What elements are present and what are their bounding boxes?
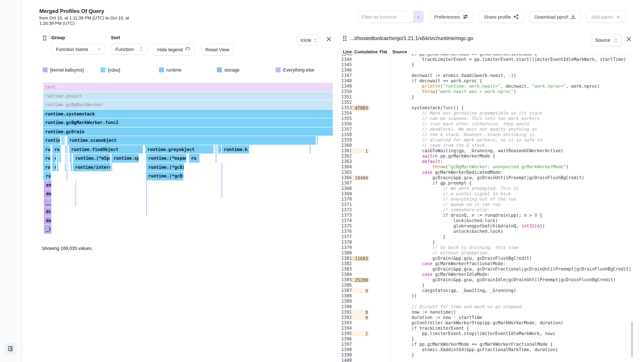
close-panel-icon[interactable] [326, 36, 332, 42]
panel-drag-handle[interactable] [43, 35, 46, 40]
flame-segment[interactable] [317, 136, 318, 145]
vertical-scrollbar-thumb[interactable] [631, 322, 633, 358]
flame-segment[interactable] [59, 145, 61, 153]
flame-segment[interactable]: runtime.scanobject [68, 136, 316, 145]
flame-segment[interactable] [146, 198, 147, 207]
flame-segment[interactable]: r [218, 145, 221, 153]
flame-segment[interactable]: runtime.(*mSpa [73, 154, 110, 162]
flame-segment[interactable]: runtime.greyobject [145, 145, 214, 153]
graph-type-select[interactable]: Icicle [297, 34, 319, 46]
flame-segment[interactable] [76, 180, 76, 189]
flame-segment[interactable]: runtim [43, 136, 60, 145]
flame-segment[interactable] [310, 145, 310, 153]
flame-segment[interactable]: ru [52, 145, 60, 153]
flame-segment[interactable]: __ [44, 198, 51, 207]
group-select[interactable]: Function Name [51, 43, 106, 55]
flame-segment[interactable]: runtime.gcBgMarkWorker.func2 [43, 118, 333, 127]
flame-segment[interactable] [65, 154, 65, 162]
flame-segment[interactable] [222, 163, 222, 171]
flame-segment[interactable] [146, 189, 147, 198]
flame-segment[interactable] [216, 154, 216, 162]
flame-segment[interactable] [61, 136, 62, 145]
flame-segment[interactable]: ru [44, 172, 51, 180]
legend-item[interactable]: [vdso] [100, 67, 120, 72]
code-text: println("runtime: work.nwait=", decnwait… [401, 84, 600, 89]
flame-segment[interactable]: runtime.sp [111, 154, 138, 162]
expand-sidebar-button[interactable] [4, 343, 16, 355]
flame-segment[interactable] [66, 145, 68, 153]
flame-segment[interactable]: runtime.(*mspan [146, 154, 186, 162]
flame-segment[interactable] [111, 163, 112, 171]
code-text: // a useful signal to kick [401, 191, 511, 196]
flame-segment[interactable]: runtime.(*gcBi [146, 172, 184, 180]
code-text: throw("gcBgMarkWorker: unexpected gcMark… [401, 164, 568, 170]
view-mode-select[interactable]: Source [591, 34, 622, 46]
flame-segment[interactable] [216, 145, 217, 153]
flame-segment[interactable] [67, 172, 68, 180]
flame-segment[interactable] [146, 180, 147, 189]
flame-segment[interactable]: run [43, 163, 50, 171]
flame-segment[interactable]: r [52, 154, 56, 162]
flame-segment[interactable]: runtime.systemstack [43, 109, 333, 118]
flame-segment[interactable]: runtime.gcDrain [43, 127, 333, 136]
legend-item[interactable]: storage [217, 67, 240, 72]
flame-segment[interactable]: en [44, 180, 51, 189]
flame-segment[interactable] [222, 189, 222, 198]
flame-segment[interactable] [66, 145, 66, 153]
flame-segment[interactable]: r [52, 163, 56, 171]
flame-segment[interactable]: runtime.findObject [69, 145, 143, 153]
download-pprof-button[interactable]: Download pprof [529, 11, 581, 23]
flame-segment[interactable] [66, 154, 68, 162]
flame-segment[interactable]: root [43, 83, 333, 91]
group-label: Group [51, 35, 65, 40]
flame-segment[interactable]: run [43, 145, 50, 153]
legend-item[interactable]: [kernel.kallsyms] [42, 67, 84, 72]
flame-segment[interactable] [64, 136, 65, 145]
legend-item[interactable]: Everything else [276, 67, 314, 72]
flame-segment[interactable]: do [44, 189, 51, 198]
flame-segment[interactable]: runtime/interr [73, 163, 111, 171]
code-line: 13929 duration := now - startTime [341, 315, 633, 320]
flame-segment[interactable] [222, 172, 222, 180]
flame-segment[interactable] [70, 163, 72, 171]
flame-segment[interactable] [146, 207, 147, 216]
flame-segment[interactable] [57, 163, 58, 171]
hide-legend-button[interactable]: Hide legend [153, 43, 195, 55]
flame-segment[interactable] [57, 154, 58, 162]
reset-view-button[interactable]: Reset View [201, 43, 234, 55]
cumulative-value: 2 [351, 331, 370, 336]
flame-segment[interactable]: runtime.h [222, 145, 250, 153]
flame-segment[interactable]: runtime.(*gcBit [146, 163, 184, 171]
flame-segment[interactable] [76, 198, 76, 207]
flame-segment[interactable] [66, 163, 68, 171]
flame-segment[interactable]: _) [44, 225, 51, 234]
legend-item[interactable]: runtime [159, 67, 182, 72]
flame-segment[interactable] [215, 145, 216, 153]
flame-segment[interactable] [62, 136, 63, 145]
flame-segment[interactable]: runtime.gcBgMarkWorker [43, 100, 333, 109]
flame-segment[interactable]: dc [44, 207, 51, 216]
flame-segment[interactable] [76, 189, 76, 198]
flame-row: do [43, 189, 333, 198]
code-line: 1383 gcDrain(&pp.gcw, gcDrainFractional|… [341, 266, 633, 272]
flame-segment[interactable]: runtime.goexit [43, 92, 333, 100]
add-panel-button[interactable]: Add panel [586, 11, 626, 23]
sort-select[interactable]: Function [111, 43, 148, 55]
flame-segment[interactable]: do [44, 216, 51, 225]
flame-segment[interactable] [222, 180, 222, 189]
flame-segment[interactable] [65, 145, 65, 153]
panel-drag-handle[interactable] [343, 36, 346, 41]
flame-segment[interactable] [65, 163, 66, 171]
share-profile-button[interactable]: Share profile [478, 11, 524, 23]
code-text: }) [401, 293, 417, 299]
flame-segment[interactable]: ru [189, 154, 200, 162]
flame-segment[interactable] [59, 154, 61, 162]
code-text: // Account for time and mark us as stopp… [401, 304, 524, 309]
preferences-button[interactable]: Preferences [429, 11, 474, 23]
flame-segment[interactable] [70, 154, 72, 162]
flame-segment[interactable]: run [43, 154, 50, 162]
line-number: 1362 [341, 153, 352, 159]
close-panel-icon[interactable] [626, 36, 632, 42]
filter-input[interactable] [358, 11, 413, 22]
filter-submit-button[interactable]: › [413, 11, 424, 22]
